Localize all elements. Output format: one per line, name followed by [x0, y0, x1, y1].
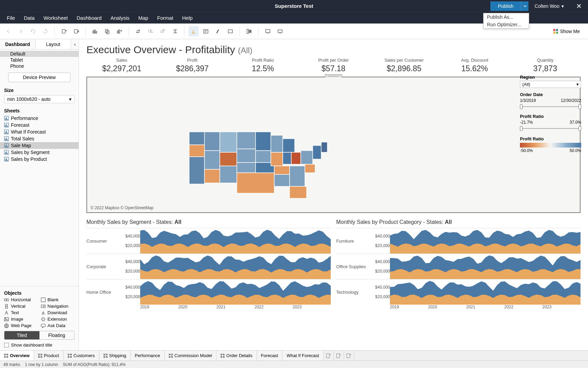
device-default[interactable]: Default [0, 51, 79, 57]
map-container[interactable]: ✕ ⊟ ↗ ▾ ▸ [86, 77, 581, 213]
show-me-button[interactable]: Show Me [553, 29, 585, 34]
series-label: Consumer [86, 239, 120, 244]
device-preview-button[interactable]: Device Preview [8, 73, 70, 82]
tab-what-if-forecast[interactable]: What If Forecast [282, 351, 323, 361]
tab-shipping[interactable]: Shipping [99, 351, 131, 361]
sheet-item[interactable]: Sales by Segment [0, 149, 79, 156]
tab-layout[interactable]: Layout [36, 39, 71, 49]
svg-rect-77 [237, 149, 256, 163]
svg-rect-91 [290, 186, 307, 198]
highlight-button[interactable] [189, 26, 199, 36]
region-select[interactable]: (All) ▾ [520, 81, 581, 88]
object-horizontal[interactable]: Horizontal [4, 297, 38, 302]
svg-rect-124 [169, 354, 170, 355]
sheet-item[interactable]: Performance [0, 115, 79, 122]
object-download[interactable]: Download [41, 310, 75, 315]
new-worksheet-button[interactable] [324, 351, 334, 361]
undo-button[interactable] [3, 26, 14, 36]
show-title-row[interactable]: Show dashboard title [4, 342, 75, 348]
series-row: Office Supplies$40,000$20,000 [336, 254, 581, 279]
duplicate-button[interactable] [102, 26, 112, 36]
close-button[interactable]: ✕ [570, 2, 588, 10]
sheet-item[interactable]: Forecast [0, 122, 79, 128]
new-worksheet-button[interactable] [90, 26, 100, 36]
publish-dropdown-toggle[interactable]: Publish As... Run Optimizer... [521, 1, 528, 11]
date-slider[interactable] [520, 104, 581, 110]
tab-commission-model[interactable]: Commission Model [165, 351, 217, 361]
x-tick: 2019 [140, 305, 178, 309]
menu-format[interactable]: Format [157, 15, 174, 21]
object-text[interactable]: Text [4, 310, 38, 315]
ratio-slider[interactable] [520, 126, 581, 132]
menu-help[interactable]: Help [182, 15, 193, 21]
size-selector[interactable]: min 1000x620 - auto ▾ [4, 95, 75, 103]
legend-heading: Profit Ratio [520, 136, 581, 141]
sheet-item[interactable]: Sales by Product [0, 156, 79, 163]
tab-performance[interactable]: Performance [131, 351, 164, 361]
pause-data-button[interactable] [71, 26, 81, 36]
publish-button[interactable]: Publish [490, 1, 521, 11]
revert-button[interactable] [28, 26, 38, 36]
menu-worksheet[interactable]: Worksheet [44, 15, 68, 21]
area-chart [390, 279, 581, 305]
legend-max: 50.0% [570, 148, 581, 153]
sort-desc-button[interactable] [158, 26, 168, 36]
sheet-item[interactable]: What If Forecast [0, 128, 79, 135]
fit-button[interactable] [225, 26, 235, 36]
tab-dashboard[interactable]: Dashboard [0, 39, 36, 49]
totals-button[interactable] [170, 26, 180, 36]
x-tick: 2021 [466, 305, 504, 309]
sort-asc-button[interactable] [145, 26, 156, 36]
device-tablet[interactable]: Tablet [0, 57, 79, 63]
svg-rect-9 [150, 32, 152, 32]
object-web-page[interactable]: Web Page [4, 323, 38, 328]
new-story-button[interactable] [344, 351, 354, 361]
object-vertical[interactable]: Vertical [4, 304, 38, 309]
new-dashboard-button[interactable] [334, 351, 344, 361]
tab-customers[interactable]: Customers [64, 351, 99, 361]
device-button[interactable] [275, 26, 285, 36]
profitratio-heading: Profit Ratio [520, 114, 581, 119]
floating-button[interactable]: Floating [39, 331, 75, 339]
presentation-button[interactable] [263, 26, 273, 36]
menu-data[interactable]: Data [24, 15, 35, 21]
object-ask-data[interactable]: Ask Data [41, 323, 75, 328]
collapse-panel-button[interactable]: ‹ [71, 39, 79, 49]
tab-order-details[interactable]: Order Details [216, 351, 257, 361]
y-axis: $40,000$20,000 [120, 259, 140, 274]
svg-rect-119 [70, 356, 72, 358]
device-phone[interactable]: Phone [0, 63, 79, 69]
menu-file[interactable]: File [7, 15, 15, 21]
publish-as-item[interactable]: Publish As... [484, 13, 529, 21]
refresh-button[interactable] [40, 26, 50, 36]
tab-product[interactable]: Product [34, 351, 64, 361]
sheet-item[interactable]: Total Sales [0, 135, 79, 142]
swap-button[interactable] [133, 26, 143, 36]
map-view[interactable]: © 2022 Mapbox © OpenStreetMap [87, 77, 580, 212]
object-image[interactable]: Image [4, 317, 38, 322]
format-button[interactable] [213, 26, 223, 36]
menu-dashboard[interactable]: Dashboard [77, 15, 101, 21]
svg-rect-126 [169, 356, 170, 358]
show-cards-button[interactable] [244, 26, 254, 36]
checkbox-icon [4, 343, 9, 348]
labels-button[interactable] [201, 26, 211, 36]
svg-rect-73 [220, 132, 237, 152]
user-menu[interactable]: Colten Woo ▾ [528, 3, 570, 9]
new-data-button[interactable] [59, 26, 69, 36]
run-optimizer-item[interactable]: Run Optimizer... [484, 21, 529, 28]
sheet-item[interactable]: Sale Map [0, 142, 79, 149]
tab-overview[interactable]: Overview [0, 351, 34, 361]
object-navigation[interactable]: Navigation [41, 304, 75, 309]
object-blank[interactable]: Blank [41, 297, 75, 302]
object-extension[interactable]: Extension [41, 317, 75, 322]
menu-map[interactable]: Map [138, 15, 148, 21]
menu-analysis[interactable]: Analysis [111, 15, 130, 21]
clear-button[interactable] [114, 26, 125, 36]
svg-rect-125 [171, 354, 173, 355]
tab-forecast[interactable]: Forecast [257, 351, 283, 361]
kpi-value: 15.62% [439, 64, 510, 73]
redo-button[interactable] [16, 26, 26, 36]
y-axis: $40,000$20,000 [120, 234, 140, 248]
tiled-button[interactable]: Tiled [4, 331, 39, 339]
